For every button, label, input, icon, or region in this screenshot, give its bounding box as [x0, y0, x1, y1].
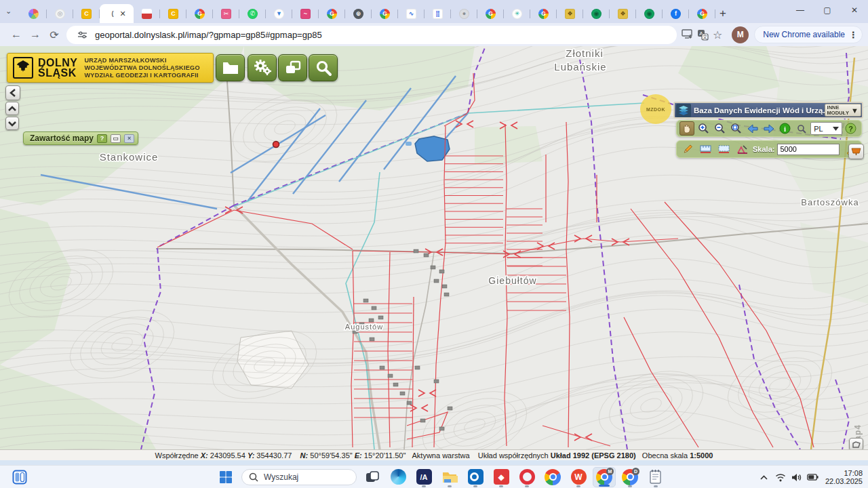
- minimize-button[interactable]: —: [787, 0, 814, 20]
- close-button[interactable]: ✕: [841, 0, 868, 20]
- browser-tab[interactable]: ❖: [610, 4, 636, 23]
- browser-tab[interactable]: ●: [451, 4, 477, 23]
- forward-icon[interactable]: →: [26, 25, 45, 44]
- wifi-icon[interactable]: [774, 470, 787, 484]
- chrome-profile-d-taskbar-icon[interactable]: D: [618, 467, 642, 487]
- search-map-button[interactable]: [309, 54, 338, 81]
- measure-length-button[interactable]: [698, 142, 713, 157]
- browser-tab[interactable]: [20, 4, 47, 23]
- settings-button[interactable]: [248, 54, 277, 81]
- next-view-button[interactable]: [762, 121, 776, 136]
- map-content-header[interactable]: Zawartość mapy ? ▭ ×: [23, 131, 138, 145]
- widgets-button[interactable]: [8, 467, 31, 487]
- map-content-help-button[interactable]: ?: [97, 134, 107, 143]
- task-view-taskbar-icon[interactable]: [361, 467, 384, 487]
- browser-tabs: ◎C(✕CG✂✆▼~G⊕G∿⣿●G✳G❖◉❖◉fG+: [20, 3, 726, 23]
- browser-tab[interactable]: C: [73, 4, 100, 23]
- maximize-button[interactable]: ▢: [814, 0, 841, 20]
- draw-tool-button[interactable]: [679, 142, 695, 157]
- browser-tab[interactable]: G: [186, 4, 213, 23]
- browser-tab[interactable]: ~: [292, 4, 319, 23]
- browser-tab[interactable]: ✳: [504, 4, 530, 23]
- help-button[interactable]: ?: [844, 121, 859, 136]
- scale-input[interactable]: [777, 144, 840, 155]
- clock[interactable]: 17:08 22.03.2025: [825, 469, 863, 485]
- previous-view-button[interactable]: [745, 121, 760, 136]
- other-modules-button[interactable]: INNE MODUŁY ▼: [825, 104, 861, 117]
- scroll-down-button[interactable]: [5, 117, 19, 130]
- tab-favicon: G: [486, 9, 496, 19]
- language-select[interactable]: PL: [810, 122, 842, 135]
- browser-tab[interactable]: C: [160, 4, 186, 23]
- browser-tab[interactable]: f: [663, 4, 689, 23]
- zoom-out-tool-button[interactable]: [712, 121, 727, 136]
- browser-tab-active[interactable]: (✕: [100, 4, 134, 23]
- browser-tab[interactable]: G: [372, 4, 398, 23]
- browser-tab[interactable]: ⊕: [345, 4, 372, 23]
- browser-tab[interactable]: ✂: [213, 4, 239, 23]
- status-segment: E:: [355, 451, 362, 460]
- bookmark-star-icon[interactable]: ☆: [710, 27, 725, 42]
- side-panel-toggle-button[interactable]: [848, 144, 864, 159]
- browser-tab[interactable]: ◎: [47, 4, 73, 23]
- identify-tool-button[interactable]: [794, 121, 809, 136]
- measure-area-button[interactable]: [716, 142, 732, 157]
- chrome-profile-m-taskbar-icon[interactable]: M: [593, 467, 616, 487]
- open-map-button[interactable]: [216, 54, 245, 81]
- tab-favicon: ▼: [274, 9, 284, 19]
- browser-tab[interactable]: G: [477, 4, 504, 23]
- slash-a-app-taskbar-icon[interactable]: /A: [412, 467, 435, 487]
- red-diamond-app-taskbar-icon[interactable]: ◆: [490, 467, 513, 487]
- volume-icon[interactable]: [790, 470, 804, 484]
- url-bar[interactable]: geoportal.dolnyslask.pl/imap/?gpmap=gp85…: [66, 26, 677, 44]
- dept-line1: URZĄD MARSZAŁKOWSKI: [85, 57, 200, 64]
- browser-menu-icon[interactable]: ⋮: [849, 30, 858, 40]
- start-button[interactable]: [214, 467, 237, 487]
- zoom-in-tool-button[interactable]: [696, 121, 711, 136]
- profile-avatar[interactable]: M: [732, 26, 749, 43]
- map-viewport[interactable]: StankowiceZłotnikiLubańskieBartoszówkaGi…: [0, 46, 868, 449]
- collapse-panel-button[interactable]: [5, 85, 20, 100]
- map-content-restore-button[interactable]: ▭: [111, 134, 121, 143]
- save-to-device-icon[interactable]: [680, 27, 695, 42]
- outlook-taskbar-icon[interactable]: [464, 467, 487, 487]
- pan-tool-button[interactable]: [679, 121, 694, 136]
- browser-tab[interactable]: ◉: [583, 4, 610, 23]
- browser-tab[interactable]: ✆: [239, 4, 266, 23]
- full-extent-tool-button[interactable]: [729, 121, 744, 136]
- tab-separator: [715, 9, 715, 18]
- browser-tab[interactable]: G: [530, 4, 557, 23]
- opera-taskbar-icon[interactable]: [515, 467, 538, 487]
- battery-icon[interactable]: [806, 470, 820, 484]
- taskbar-search[interactable]: Wyszukaj: [241, 469, 357, 485]
- print-button[interactable]: [278, 54, 307, 81]
- profile-tool-button[interactable]: [734, 142, 750, 157]
- browser-tab[interactable]: [134, 4, 160, 23]
- new-tab-button[interactable]: +: [719, 7, 726, 20]
- update-chrome-button[interactable]: New Chrome available ⋮: [754, 26, 863, 43]
- scroll-up-button[interactable]: [5, 102, 19, 115]
- point-marker[interactable]: [273, 142, 279, 148]
- file-explorer-taskbar-icon[interactable]: [438, 467, 461, 487]
- browser-tab[interactable]: ❖: [557, 4, 583, 23]
- browser-tab[interactable]: ▼: [266, 4, 292, 23]
- translate-icon[interactable]: A 文: [695, 27, 710, 42]
- info-tool-button[interactable]: i: [778, 121, 793, 136]
- tab-search-icon[interactable]: ⌄: [5, 7, 12, 16]
- back-icon[interactable]: ←: [7, 25, 26, 44]
- chrome-taskbar-icon[interactable]: [541, 467, 564, 487]
- browser-tab[interactable]: ◉: [636, 4, 663, 23]
- tab-close-icon[interactable]: ✕: [119, 9, 125, 18]
- browser-tab[interactable]: ∿: [398, 4, 425, 23]
- site-settings-icon[interactable]: [75, 27, 90, 42]
- browser-tab[interactable]: G: [319, 4, 345, 23]
- map-content-close-button[interactable]: ×: [124, 134, 134, 143]
- notepad-taskbar-icon[interactable]: [644, 467, 667, 487]
- reload-icon[interactable]: ⟳: [45, 25, 64, 44]
- overview-map-button[interactable]: [849, 438, 863, 449]
- browser-tab[interactable]: ⣿: [425, 4, 451, 23]
- wps-taskbar-icon[interactable]: W: [567, 467, 590, 487]
- browser-tab[interactable]: G: [689, 4, 715, 23]
- edge-taskbar-icon[interactable]: [387, 467, 410, 487]
- hidden-icons-chevron[interactable]: [757, 470, 771, 484]
